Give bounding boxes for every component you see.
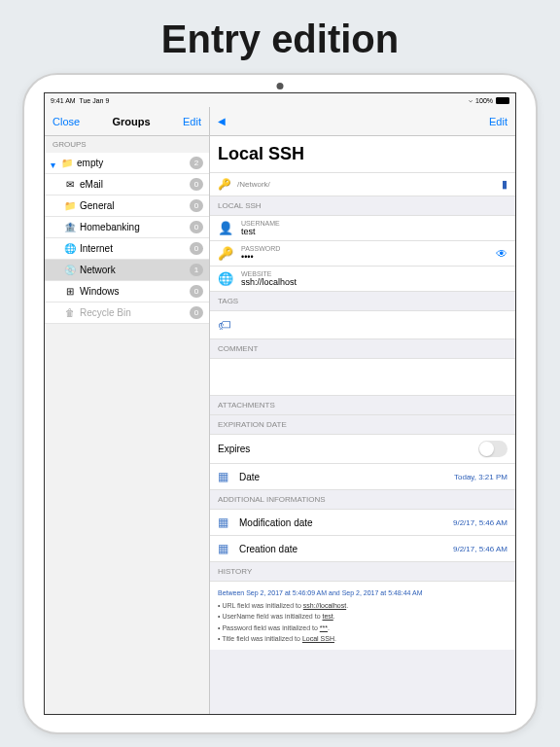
count-badge: 1 xyxy=(190,264,203,276)
folder-icon: 🌐 xyxy=(64,243,76,255)
history-line: • Password field was initialized to ***. xyxy=(218,622,508,633)
sidebar-header: Close Groups Edit xyxy=(45,107,209,136)
group-item-email[interactable]: ✉eMail0 xyxy=(45,174,209,196)
group-item-recycle-bin[interactable]: 🗑Recycle Bin0 xyxy=(45,302,209,324)
group-label: Windows xyxy=(80,286,186,297)
history-line: • UserName field was initialized to test… xyxy=(218,611,508,622)
key-icon: 🔑 xyxy=(218,178,231,191)
camera-dot xyxy=(277,83,284,89)
group-item-internet[interactable]: 🌐Internet0 xyxy=(45,238,209,260)
chevron-down-icon: ▾ xyxy=(51,160,57,166)
group-item-empty[interactable]: ▾📁empty2 xyxy=(45,153,209,174)
back-button[interactable]: ◀ xyxy=(218,116,226,126)
website-value: ssh://localhost xyxy=(241,277,508,287)
detail-pane: ◀ Edit Local SSH 🔑 /Network/ ▮ LOCAL SSH… xyxy=(210,107,515,714)
user-icon: 👤 xyxy=(218,221,233,235)
count-badge: 2 xyxy=(190,157,203,169)
password-value: •••• xyxy=(241,252,488,262)
detail-header: ◀ Edit xyxy=(210,107,515,136)
group-item-homebanking[interactable]: 🏦Homebanking0 xyxy=(45,217,209,238)
group-label: Network xyxy=(80,265,186,275)
folder-icon: 📁 xyxy=(64,200,76,212)
count-badge: 0 xyxy=(190,199,203,212)
group-item-network[interactable]: 💿Network1 xyxy=(45,260,209,281)
history-content: Between Sep 2, 2017 at 5:46:09 AM and Se… xyxy=(210,582,515,650)
modification-date-row: ▦ Modification date 9/2/17, 5:46 AM xyxy=(210,510,515,536)
expires-switch[interactable] xyxy=(478,441,508,457)
section-comment: COMMENT xyxy=(210,339,515,359)
section-tags: TAGS xyxy=(210,292,515,311)
section-additional: ADDITIONAL INFORMATIONS xyxy=(210,490,515,510)
section-history: HISTORY xyxy=(210,562,515,582)
creation-date-row: ▦ Creation date 9/2/17, 5:46 AM xyxy=(210,536,515,562)
password-row[interactable]: 🔑 PASSWORD •••• 👁 xyxy=(210,241,515,267)
status-bar: 9:41 AM Tue Jan 9 ⌵ 100% xyxy=(45,93,515,107)
history-line: • URL field was initialized to ssh://loc… xyxy=(218,600,508,611)
group-label: General xyxy=(80,200,186,211)
tag-icon: 🏷 xyxy=(218,317,231,333)
expires-row: Expires xyxy=(210,435,515,464)
sidebar: Close Groups Edit GROUPS ▾📁empty2✉eMail0… xyxy=(45,107,210,714)
calendar-icon: ▦ xyxy=(218,470,231,483)
wifi-icon: ⌵ xyxy=(469,96,472,104)
tags-row[interactable]: 🏷 xyxy=(210,311,515,339)
group-label: Homebanking xyxy=(80,222,186,232)
history-line: • Title field was initialized to Local S… xyxy=(218,633,508,644)
folder-icon: 🏦 xyxy=(64,222,76,233)
group-item-windows[interactable]: ⊞Windows0 xyxy=(45,281,209,302)
battery-icon xyxy=(496,97,509,104)
sidebar-title: Groups xyxy=(113,116,151,127)
folder-icon: ✉ xyxy=(64,179,76,191)
section-expiration: EXPIRATION DATE xyxy=(210,415,515,435)
entry-title: Local SSH xyxy=(210,136,515,173)
section-local-ssh: LOCAL SSH xyxy=(210,196,515,216)
folder-icon: 💿 xyxy=(64,265,76,276)
password-icon: 🔑 xyxy=(218,246,233,261)
close-button[interactable]: Close xyxy=(52,116,80,127)
calendar-icon: ▦ xyxy=(218,516,231,529)
calendar-icon: ▦ xyxy=(218,542,231,555)
edit-button[interactable]: Edit xyxy=(183,116,201,127)
screen: 9:41 AM Tue Jan 9 ⌵ 100% Close Groups Ed… xyxy=(44,92,516,715)
comment-area[interactable] xyxy=(210,359,515,396)
count-badge: 0 xyxy=(190,306,203,319)
group-label: Recycle Bin xyxy=(80,307,186,318)
breadcrumb: /Network/ xyxy=(237,180,496,189)
website-row[interactable]: 🌐 WEBSITE ssh://localhost xyxy=(210,267,515,292)
section-attachments: ATTACHMENTS xyxy=(210,396,515,415)
username-value: test xyxy=(241,227,508,236)
breadcrumb-row: 🔑 /Network/ ▮ xyxy=(210,173,515,196)
ipad-frame: 9:41 AM Tue Jan 9 ⌵ 100% Close Groups Ed… xyxy=(22,73,538,734)
count-badge: 0 xyxy=(190,221,203,233)
hero-title: Entry edition xyxy=(0,0,560,73)
count-badge: 0 xyxy=(190,285,203,298)
folder-icon: ⊞ xyxy=(64,286,76,298)
count-badge: 0 xyxy=(190,242,203,255)
group-label: eMail xyxy=(80,179,186,190)
group-label: Internet xyxy=(80,243,186,254)
groups-section-header: GROUPS xyxy=(45,136,209,153)
folder-icon[interactable]: ▮ xyxy=(502,178,508,191)
username-row[interactable]: 👤 USERNAME test xyxy=(210,216,515,241)
reveal-password-icon[interactable]: 👁 xyxy=(496,247,508,261)
group-label: empty xyxy=(77,158,186,168)
count-badge: 0 xyxy=(190,178,203,191)
date-row[interactable]: ▦ Date Today, 3:21 PM xyxy=(210,464,515,490)
folder-icon: 🗑 xyxy=(64,307,76,319)
group-item-general[interactable]: 📁General0 xyxy=(45,196,209,217)
folder-icon: 📁 xyxy=(61,158,73,169)
globe-icon: 🌐 xyxy=(218,271,233,286)
edit-entry-button[interactable]: Edit xyxy=(489,116,508,127)
